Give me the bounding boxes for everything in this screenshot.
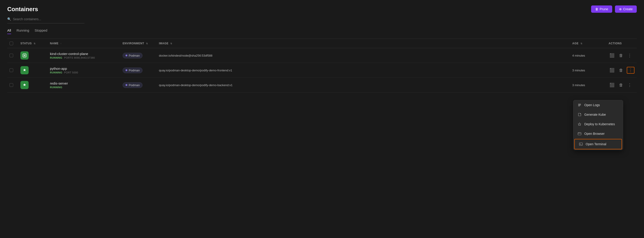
dropdown-open-terminal-label: Open Terminal [586, 142, 606, 146]
row3-image-cell: quay.io/podman-desktop-demo/podify-demo-… [157, 78, 570, 93]
logs-icon [578, 103, 582, 107]
svg-point-5 [578, 133, 579, 133]
table-row: python-app RUNNING PORT 5000 Podman quay… [7, 63, 637, 78]
col-header-image[interactable]: IMAGE ⇅ [157, 39, 570, 48]
search-bar: 🔍 [7, 17, 84, 24]
row2-status-cell [18, 63, 48, 78]
row2-status-label: RUNNING [50, 71, 62, 74]
row2-env-cell: Podman [120, 63, 157, 78]
col-header-name[interactable]: NAME ↑ [48, 39, 120, 48]
table-header-row: STATUS ⇅ NAME ↑ ENVIRONMENT ⇅ IMAGE ⇅ AG… [7, 39, 637, 48]
create-button[interactable]: ⊕ Create [615, 6, 637, 13]
row2-checkbox[interactable] [10, 68, 13, 72]
row3-container-icon [20, 81, 28, 89]
row2-env-badge: Podman [122, 68, 142, 73]
row3-more-button[interactable]: ⋮ [627, 82, 633, 88]
row2-checkbox-cell [7, 63, 18, 78]
row1-status-cell [18, 48, 48, 63]
dropdown-generate-kube[interactable]: Generate Kube [574, 110, 623, 119]
sort-name-icon: ↑ [60, 42, 62, 45]
svg-rect-7 [579, 143, 582, 145]
row3-name: redis-server [50, 81, 118, 85]
row1-container-icon [20, 51, 28, 60]
row2-age-cell: 3 minutes [570, 63, 606, 78]
row1-env-dot [126, 55, 127, 56]
row1-image: docker.io/kindest/node@sha256:53df588 [159, 54, 212, 57]
table-row: redis-server RUNNING Podman quay.io/podm… [7, 78, 637, 93]
row3-meta: RUNNING [50, 86, 118, 89]
row3-name-cell: redis-server RUNNING [48, 78, 120, 93]
row2-age: 3 minutes [572, 69, 585, 72]
terminal-icon [579, 142, 583, 146]
row3-env-badge: Podman [122, 82, 142, 88]
svg-rect-1 [578, 104, 581, 104]
row3-env-cell: Podman [120, 78, 157, 93]
row1-env-label: Podman [129, 54, 140, 57]
dropdown-open-logs-label: Open Logs [584, 103, 600, 107]
select-all-checkbox[interactable] [10, 42, 13, 45]
row3-checkbox[interactable] [10, 83, 13, 87]
row3-age-cell: 3 minutes [570, 78, 606, 93]
row1-name-cell: kind-cluster-control-plane RUNNING PORTS… [48, 48, 120, 63]
dropdown-deploy-kubernetes[interactable]: Deploy to Kubernetes [574, 119, 623, 129]
row1-age-cell: 4 minutes [570, 48, 606, 63]
row2-ports: PORT 5000 [64, 71, 78, 74]
dropdown-open-browser[interactable]: Open Browser [574, 129, 623, 138]
row2-image: quay.io/podman-desktop-demo/podify-demo-… [159, 69, 232, 72]
row1-checkbox[interactable] [10, 54, 13, 57]
row2-more-button[interactable]: ⋮ [627, 67, 634, 74]
tab-all[interactable]: All [7, 27, 11, 34]
row3-delete-button[interactable]: 🗑 [618, 82, 624, 88]
col-header-actions: ACTIONS [606, 39, 637, 48]
page-header: Containers 🗑 Prune ⊕ Create [7, 6, 637, 13]
row2-delete-button[interactable]: 🗑 [618, 67, 624, 74]
row2-action-icons: ⬛ 🗑 ⋮ [608, 67, 634, 74]
row1-more-button[interactable]: ⋮ [627, 52, 633, 59]
row1-env-badge: Podman [122, 53, 142, 58]
sort-status-icon: ⇅ [34, 42, 36, 45]
browser-icon [578, 132, 582, 136]
row2-env-label: Podman [129, 69, 140, 72]
col-header-environment[interactable]: ENVIRONMENT ⇅ [120, 39, 157, 48]
row1-image-cell: docker.io/kindest/node@sha256:53df588 [157, 48, 570, 63]
row1-env-cell: Podman [120, 48, 157, 63]
col-header-checkbox [7, 39, 18, 48]
row1-delete-button[interactable]: 🗑 [618, 52, 624, 59]
dropdown-open-terminal[interactable]: Open Terminal [574, 139, 622, 149]
create-icon: ⊕ [619, 7, 622, 11]
prune-button[interactable]: 🗑 Prune [591, 6, 612, 13]
row2-meta: RUNNING PORT 5000 [50, 71, 118, 74]
tab-running[interactable]: Running [16, 27, 29, 34]
row1-stop-button[interactable]: ⬛ [608, 52, 616, 59]
prune-icon: 🗑 [595, 7, 598, 11]
table-row: kind-cluster-control-plane RUNNING PORTS… [7, 48, 637, 63]
col-header-age[interactable]: AGE ⇅ [570, 39, 606, 48]
search-input[interactable] [13, 17, 84, 21]
row3-checkbox-cell [7, 78, 18, 93]
row1-name: kind-cluster-control-plane [50, 52, 118, 56]
sort-env-icon: ⇅ [146, 42, 148, 45]
dropdown-open-logs[interactable]: Open Logs [574, 100, 623, 110]
svg-point-6 [579, 133, 580, 133]
search-icon: 🔍 [7, 17, 11, 21]
row3-status-cell [18, 78, 48, 93]
tab-stopped[interactable]: Stopped [35, 27, 48, 34]
sort-image-icon: ⇅ [170, 42, 172, 45]
row1-age: 4 minutes [572, 54, 585, 57]
row3-status-label: RUNNING [50, 86, 62, 89]
row1-checkbox-cell [7, 48, 18, 63]
dropdown-open-browser-label: Open Browser [584, 132, 604, 135]
row3-action-icons: ⬛ 🗑 ⋮ [608, 82, 634, 88]
row3-age: 3 minutes [572, 83, 585, 87]
svg-rect-4 [578, 133, 581, 135]
sort-age-icon: ⇅ [580, 42, 582, 45]
col-header-status[interactable]: STATUS ⇅ [18, 39, 48, 48]
context-dropdown: Open Logs Generate Kube Deploy to Kubern… [573, 100, 623, 150]
row3-image: quay.io/podman-desktop-demo/podify-demo-… [159, 83, 232, 87]
row2-stop-button[interactable]: ⬛ [608, 67, 616, 74]
row1-action-icons: ⬛ 🗑 ⋮ [608, 52, 634, 59]
row1-meta: RUNNING PORTS 9090,9443,57380 [50, 56, 118, 59]
row1-status-label: RUNNING [50, 56, 62, 59]
row3-stop-button[interactable]: ⬛ [608, 82, 616, 88]
kube-icon [578, 113, 582, 117]
